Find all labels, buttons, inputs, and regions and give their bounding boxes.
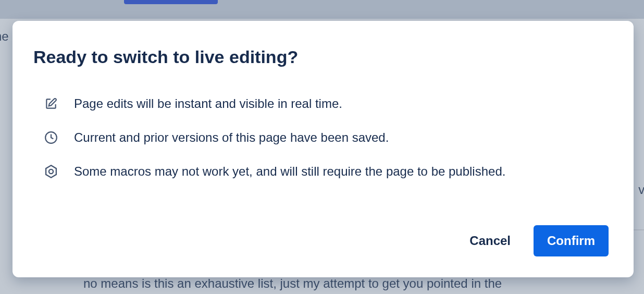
info-item-macros: Some macros may not work yet, and will s… <box>44 163 609 179</box>
info-item-realtime: Page edits will be instant and visible i… <box>44 95 609 112</box>
modal-footer: Cancel Confirm <box>33 225 609 256</box>
cancel-button[interactable]: Cancel <box>465 225 515 256</box>
confirm-button[interactable]: Confirm <box>534 225 609 256</box>
backdrop-top-bar-region <box>0 0 644 19</box>
info-text: Page edits will be instant and visible i… <box>74 95 342 112</box>
svg-marker-1 <box>46 165 56 177</box>
modal-info-list: Page edits will be instant and visible i… <box>33 95 609 180</box>
modal-title: Ready to switch to live editing? <box>33 47 609 67</box>
live-editing-modal: Ready to switch to live editing? Page ed… <box>13 21 634 277</box>
svg-point-2 <box>49 169 53 174</box>
backdrop-highlight-bar <box>124 0 218 4</box>
settings-hex-icon <box>44 164 58 179</box>
info-item-versions: Current and prior versions of this page … <box>44 129 609 145</box>
clock-icon <box>44 130 58 145</box>
info-text: Current and prior versions of this page … <box>74 129 389 145</box>
info-text: Some macros may not work yet, and will s… <box>74 163 505 179</box>
edit-icon <box>44 96 58 111</box>
